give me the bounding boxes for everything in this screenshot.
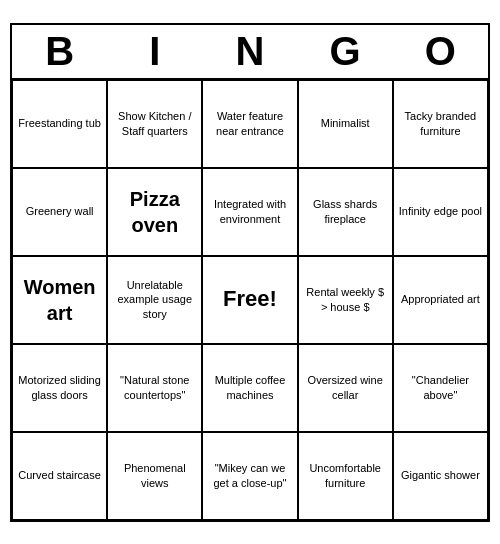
table-row[interactable]: Integrated with environment [202, 168, 297, 256]
table-row[interactable]: Motorized sliding glass doors [12, 344, 107, 432]
letter-i: I [110, 29, 200, 74]
table-row[interactable]: Phenomenal views [107, 432, 202, 520]
table-row[interactable]: Rental weekly $ > house $ [298, 256, 393, 344]
table-row[interactable]: Show Kitchen / Staff quarters [107, 80, 202, 168]
table-row[interactable]: Pizza oven [107, 168, 202, 256]
table-row[interactable]: Tacky branded furniture [393, 80, 488, 168]
table-row[interactable]: Gigantic shower [393, 432, 488, 520]
table-row[interactable]: Minimalist [298, 80, 393, 168]
table-row[interactable]: "Natural stone countertops" [107, 344, 202, 432]
letter-g: G [300, 29, 390, 74]
table-row[interactable]: Multiple coffee machines [202, 344, 297, 432]
table-row[interactable]: Curved staircase [12, 432, 107, 520]
table-row[interactable]: Oversized wine cellar [298, 344, 393, 432]
bingo-header: B I N G O [12, 25, 488, 80]
table-row[interactable]: Water feature near entrance [202, 80, 297, 168]
table-row[interactable]: "Chandelier above" [393, 344, 488, 432]
table-row[interactable]: Women art [12, 256, 107, 344]
letter-n: N [205, 29, 295, 74]
table-row[interactable]: Glass shards fireplace [298, 168, 393, 256]
table-row[interactable]: "Mikey can we get a close-up" [202, 432, 297, 520]
table-row[interactable]: Uncomfortable furniture [298, 432, 393, 520]
table-row[interactable]: Greenery wall [12, 168, 107, 256]
bingo-card: B I N G O Freestanding tubShow Kitchen /… [10, 23, 490, 522]
table-row[interactable]: Freestanding tub [12, 80, 107, 168]
letter-o: O [395, 29, 485, 74]
bingo-grid: Freestanding tubShow Kitchen / Staff qua… [12, 80, 488, 520]
table-row[interactable]: Unrelatable example usage story [107, 256, 202, 344]
table-row[interactable]: Infinity edge pool [393, 168, 488, 256]
table-row[interactable]: Appropriated art [393, 256, 488, 344]
table-row[interactable]: Free! [202, 256, 297, 344]
letter-b: B [15, 29, 105, 74]
